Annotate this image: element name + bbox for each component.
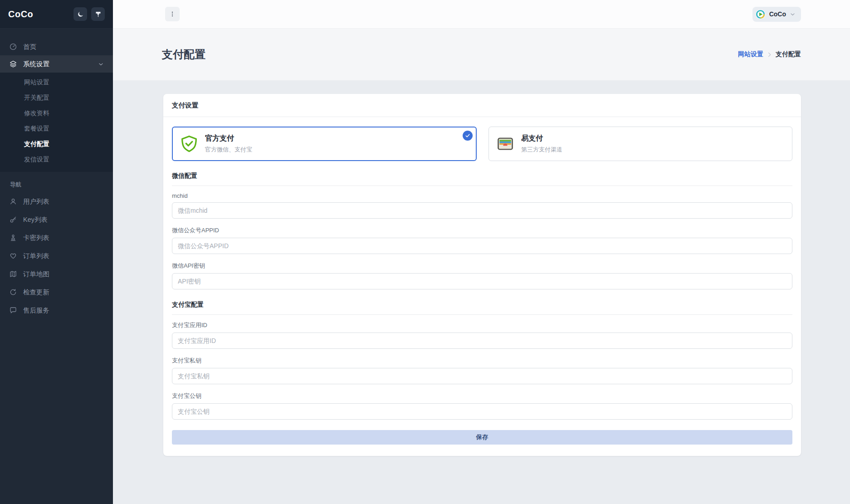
sidebar-item-user-list[interactable]: 用户列表 [0,192,113,210]
payment-method-title: 官方支付 [205,134,252,143]
payment-settings-card: 支付设置 官方支付 官方微信、支付宝 [163,94,801,456]
chevron-right-icon [766,51,773,58]
sidebar: CoCo 首页 系统设置 [0,0,113,504]
refresh-icon [9,288,17,296]
topbar: CoCo [113,0,850,29]
input-alipay-public-key[interactable] [172,403,792,420]
field-label-wechat-appid: 微信公众号APPID [172,226,792,235]
user-icon [9,197,17,206]
epay-wallet-icon [496,135,514,153]
sidebar-item-key-list[interactable]: Key列表 [0,210,113,229]
breadcrumb-link-site-settings[interactable]: 网站设置 [738,50,763,59]
field-label-alipay-appid: 支付宝应用ID [172,321,792,329]
avatar [755,9,766,20]
shield-check-icon [180,135,198,153]
kebab-menu-icon [169,11,176,17]
payment-method-epay[interactable]: 易支付 第三方支付渠道 [489,127,792,161]
sidebar-item-label: 检查更新 [23,288,49,297]
field-label-alipay-private-key: 支付宝私钥 [172,357,792,365]
input-wechat-api-key[interactable] [172,273,792,289]
page-header: 支付配置 网站设置 支付配置 [113,29,850,80]
sidebar-subitem-site-settings[interactable]: 网站设置 [0,75,113,90]
chevron-down-icon [790,11,796,17]
moon-icon [77,11,84,18]
chevron-down-icon [98,61,104,67]
input-wechat-mchid[interactable] [172,202,792,219]
sidebar-item-home[interactable]: 首页 [0,38,113,55]
brush-icon [95,11,102,18]
sidebar-collapse-button[interactable] [165,7,180,21]
sidebar-item-label: 用户列表 [23,197,49,206]
sidebar-subitem-switch-config[interactable]: 开关配置 [0,90,113,106]
page-title: 支付配置 [162,47,205,62]
sidebar-header: CoCo [0,0,113,29]
input-alipay-private-key[interactable] [172,368,792,384]
sidebar-item-after-sales[interactable]: 售后服务 [0,301,113,319]
payment-method-title: 易支付 [521,134,562,143]
sidebar-item-order-map[interactable]: 订单地图 [0,265,113,283]
user-menu[interactable]: CoCo [752,7,801,22]
sidebar-item-order-list[interactable]: 订单列表 [0,247,113,265]
payment-method-subtitle: 官方微信、支付宝 [205,146,252,154]
payment-method-options: 官方支付 官方微信、支付宝 [172,127,792,161]
app-logo: CoCo [8,9,69,20]
key-icon [9,215,17,224]
save-button[interactable]: 保存 [172,430,792,445]
sidebar-item-label: Key列表 [23,215,48,224]
stamp-icon [9,234,17,242]
sidebar-item-label: 系统设置 [23,60,49,69]
sidebar-item-label: 首页 [23,43,36,51]
map-icon [9,270,17,278]
sidebar-subitem-edit-profile[interactable]: 修改资料 [0,106,113,121]
layers-icon [9,60,17,68]
field-label-wechat-api-key: 微信API密钥 [172,262,792,270]
sidebar-item-card-key-list[interactable]: 卡密列表 [0,229,113,247]
sidebar-item-label: 订单列表 [23,252,49,260]
breadcrumb: 网站设置 支付配置 [738,50,801,59]
payment-method-subtitle: 第三方支付渠道 [521,146,562,154]
sidebar-item-label: 卡密列表 [23,234,49,242]
dark-mode-toggle[interactable] [73,7,87,21]
field-label-alipay-public-key: 支付宝公钥 [172,392,792,400]
section-title-wechat: 微信配置 [172,172,792,186]
sidebar-subitem-mail-settings[interactable]: 发信设置 [0,152,113,167]
sidebar-subitem-plan-settings[interactable]: 套餐设置 [0,121,113,137]
sidebar-section-label: 导航 [0,181,113,189]
system-settings-submenu: 网站设置 开关配置 修改资料 套餐设置 支付配置 发信设置 [0,73,113,172]
section-title-alipay: 支付宝配置 [172,301,792,315]
card-title: 支付设置 [163,94,801,117]
sidebar-item-label: 售后服务 [23,306,49,315]
sidebar-item-label: 订单地图 [23,270,49,279]
payment-method-official[interactable]: 官方支付 官方微信、支付宝 [172,127,477,161]
content-area: 支付设置 官方支付 官方微信、支付宝 [113,80,850,504]
check-icon [465,133,470,138]
field-label-mchid: mchid [172,192,792,199]
selected-check-badge [463,131,473,141]
theme-button[interactable] [91,7,105,21]
heart-icon [9,252,17,260]
input-wechat-appid[interactable] [172,238,792,254]
input-alipay-appid[interactable] [172,333,792,349]
chat-icon [9,306,17,314]
sidebar-item-system-settings[interactable]: 系统设置 [0,55,113,73]
user-name: CoCo [769,10,786,18]
sidebar-item-check-update[interactable]: 检查更新 [0,283,113,301]
dashboard-icon [9,43,17,51]
breadcrumb-current: 支付配置 [776,50,801,59]
sidebar-subitem-payment-config[interactable]: 支付配置 [0,137,113,152]
